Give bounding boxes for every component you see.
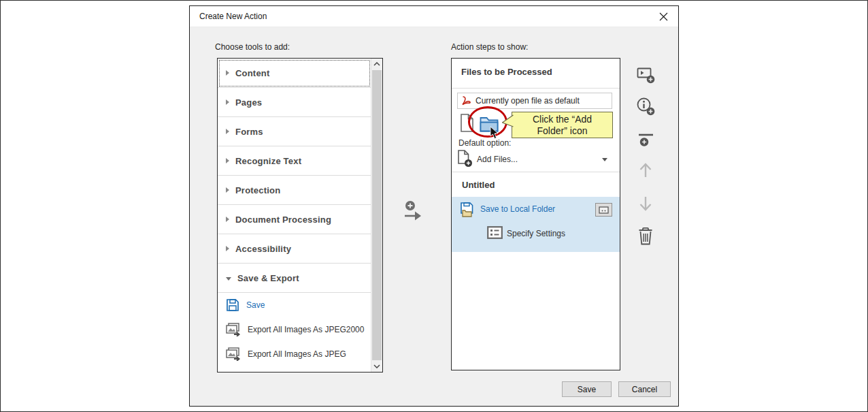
save-button[interactable]: Save — [562, 381, 612, 397]
category-accessibility[interactable]: Accessibility — [218, 234, 371, 264]
selected-step-block: Save to Local Folder — [452, 197, 620, 252]
callout-text-line1: Click the “Add — [533, 114, 592, 125]
save-icon — [226, 298, 239, 312]
add-instruction-icon — [637, 97, 655, 116]
prompt-dialog-icon — [599, 206, 609, 214]
tool-export-jpeg[interactable]: Export All Images As JPEG — [218, 342, 371, 366]
files-section-title: Files to be Processed — [461, 67, 552, 77]
category-pages[interactable]: Pages — [218, 88, 371, 117]
add-panel-button[interactable] — [635, 65, 656, 85]
current-file-label: Currently open file as default — [475, 96, 580, 106]
arrow-up-icon — [637, 161, 654, 179]
close-icon — [659, 12, 668, 21]
expander-icon — [226, 217, 229, 222]
expander-icon — [226, 99, 229, 105]
default-files-dropdown-value: Add Files... — [477, 155, 518, 164]
tutorial-callout: Click the “Add Folder” icon — [512, 112, 613, 138]
scroll-down-button[interactable] — [371, 361, 382, 372]
expander-icon — [226, 246, 229, 251]
action-group-title: Untitled — [462, 180, 495, 190]
cursor-arrow-icon — [490, 126, 499, 140]
specify-settings-icon — [487, 226, 503, 239]
add-divider-icon — [637, 133, 654, 149]
callout-tail — [502, 114, 514, 127]
chevron-down-icon — [373, 364, 380, 368]
category-document-processing[interactable]: Document Processing — [218, 205, 371, 234]
add-files-icon — [458, 150, 473, 168]
move-up-button[interactable] — [635, 160, 656, 180]
action-steps-label: Action steps to show: — [451, 42, 528, 52]
category-recognize-text[interactable]: Recognize Text — [218, 146, 371, 176]
dialog-titlebar: Create New Action — [190, 6, 678, 27]
tool-export-jpeg2000[interactable]: Export All Images As JPEG2000 — [218, 317, 371, 342]
remove-step-button[interactable] — [635, 225, 656, 246]
expander-expanded-icon — [226, 277, 231, 281]
category-forms[interactable]: Forms — [218, 117, 371, 146]
cancel-button[interactable]: Cancel — [618, 381, 671, 397]
add-divider-button[interactable] — [635, 131, 656, 151]
export-images-icon — [226, 323, 241, 336]
screenshot-canvas: Create New Action Choose tools to add: A… — [0, 0, 868, 412]
separator — [452, 88, 620, 89]
callout-text-line2: Folder” icon — [537, 125, 588, 137]
arrow-down-icon — [637, 195, 654, 212]
export-images-icon — [226, 347, 241, 361]
tools-listbox: Content Pages Forms Recognize Text Prote… — [217, 58, 383, 373]
prompt-user-toggle-button[interactable] — [595, 203, 612, 217]
scrollbar-thumb[interactable] — [372, 70, 382, 360]
category-content[interactable]: Content — [218, 59, 371, 88]
pdf-icon — [461, 96, 471, 106]
substep-label: Specify Settings — [507, 229, 565, 238]
listbox-scrollbar[interactable] — [371, 59, 382, 372]
add-to-action-arrow-icon — [402, 200, 424, 223]
dialog-title: Create New Action — [199, 6, 267, 27]
category-protection[interactable]: Protection — [218, 176, 371, 205]
save-to-folder-icon — [460, 202, 475, 217]
add-instruction-button[interactable] — [635, 96, 656, 116]
choose-tools-label: Choose tools to add: — [215, 42, 290, 52]
tool-save[interactable]: Save — [218, 293, 371, 317]
step-label: Save to Local Folder — [480, 204, 555, 214]
trash-icon — [637, 227, 654, 245]
create-new-action-dialog: Create New Action Choose tools to add: A… — [189, 5, 679, 407]
expander-icon — [226, 70, 229, 76]
expander-icon — [226, 129, 229, 134]
chevron-up-icon — [373, 62, 380, 66]
category-save-export[interactable]: Save & Export — [218, 264, 371, 293]
action-steps-panel: Files to be Processed Currently open fil… — [451, 58, 620, 370]
dropdown-caret-icon — [602, 158, 607, 161]
move-down-button[interactable] — [635, 193, 656, 214]
expander-icon — [226, 158, 229, 163]
expander-icon — [226, 187, 229, 193]
scroll-up-button[interactable] — [371, 59, 382, 69]
default-option-label: Default option: — [458, 138, 511, 148]
close-button[interactable] — [655, 9, 671, 24]
separator — [452, 172, 620, 172]
default-files-dropdown[interactable]: Add Files... — [452, 147, 620, 170]
add-panel-icon — [637, 66, 655, 84]
